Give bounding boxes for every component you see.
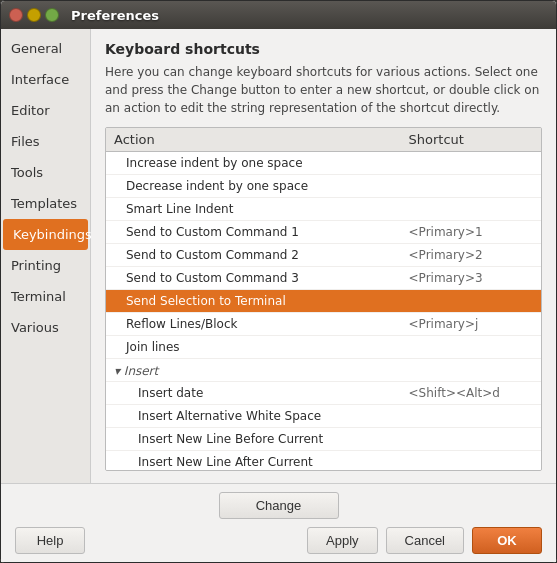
table-row[interactable]: Join lines xyxy=(106,336,541,359)
sidebar-item-templates[interactable]: Templates xyxy=(1,188,90,219)
action-cell: Increase indent by one space xyxy=(106,152,401,175)
shortcut-cell: <Primary>j xyxy=(401,313,541,336)
shortcut-cell xyxy=(401,405,541,428)
table-row[interactable]: Smart Line Indent xyxy=(106,198,541,221)
sidebar-item-printing[interactable]: Printing xyxy=(1,250,90,281)
action-row: Help Apply Cancel OK xyxy=(15,527,542,554)
minimize-button[interactable] xyxy=(27,8,41,22)
sidebar-item-general[interactable]: General xyxy=(1,33,90,64)
sidebar-item-interface[interactable]: Interface xyxy=(1,64,90,95)
table-row[interactable]: Send to Custom Command 1<Primary>1 xyxy=(106,221,541,244)
table-row[interactable]: Increase indent by one space xyxy=(106,152,541,175)
table-row[interactable]: Send to Custom Command 2<Primary>2 xyxy=(106,244,541,267)
shortcuts-table: Action Shortcut Increase indent by one s… xyxy=(106,128,541,471)
shortcut-cell: <Primary>1 xyxy=(401,221,541,244)
maximize-button[interactable] xyxy=(45,8,59,22)
shortcut-cell xyxy=(401,290,541,313)
table-row[interactable]: Decrease indent by one space xyxy=(106,175,541,198)
apply-button[interactable]: Apply xyxy=(307,527,378,554)
table-row[interactable]: Insert New Line Before Current xyxy=(106,428,541,451)
cancel-button[interactable]: Cancel xyxy=(386,527,464,554)
shortcut-cell xyxy=(401,152,541,175)
shortcuts-table-container[interactable]: Action Shortcut Increase indent by one s… xyxy=(105,127,542,471)
sidebar-item-keybindings[interactable]: Keybindings xyxy=(3,219,88,250)
group-header-label[interactable]: Insert xyxy=(106,359,541,382)
ok-button[interactable]: OK xyxy=(472,527,542,554)
action-cell: Decrease indent by one space xyxy=(106,175,401,198)
table-header-row: Action Shortcut xyxy=(106,128,541,152)
preferences-window: Preferences GeneralInterfaceEditorFilesT… xyxy=(0,0,557,563)
action-cell: Insert New Line After Current xyxy=(106,451,401,472)
shortcut-cell xyxy=(401,198,541,221)
close-button[interactable] xyxy=(9,8,23,22)
shortcut-cell xyxy=(401,175,541,198)
action-cell: Send to Custom Command 3 xyxy=(106,267,401,290)
col-action: Action xyxy=(106,128,401,152)
action-cell: Send to Custom Command 2 xyxy=(106,244,401,267)
change-row: Change xyxy=(15,492,542,519)
action-cell: Insert New Line Before Current xyxy=(106,428,401,451)
shortcut-cell xyxy=(401,336,541,359)
content-area: GeneralInterfaceEditorFilesToolsTemplate… xyxy=(1,29,556,483)
section-title: Keyboard shortcuts xyxy=(105,41,542,57)
col-shortcut: Shortcut xyxy=(401,128,541,152)
window-title: Preferences xyxy=(71,8,159,23)
table-row[interactable]: Insert xyxy=(106,359,541,382)
action-cell: Smart Line Indent xyxy=(106,198,401,221)
action-cell: Insert date xyxy=(106,382,401,405)
titlebar-buttons xyxy=(9,8,59,22)
shortcut-cell: <Primary>3 xyxy=(401,267,541,290)
table-row[interactable]: Send to Custom Command 3<Primary>3 xyxy=(106,267,541,290)
change-button[interactable]: Change xyxy=(219,492,339,519)
action-cell: Join lines xyxy=(106,336,401,359)
right-buttons: Apply Cancel OK xyxy=(307,527,542,554)
sidebar-item-various[interactable]: Various xyxy=(1,312,90,343)
table-row[interactable]: Insert date<Shift><Alt>d xyxy=(106,382,541,405)
sidebar: GeneralInterfaceEditorFilesToolsTemplate… xyxy=(1,29,91,483)
main-panel: Keyboard shortcuts Here you can change k… xyxy=(91,29,556,483)
table-row[interactable]: Insert New Line After Current xyxy=(106,451,541,472)
table-row[interactable]: Insert Alternative White Space xyxy=(106,405,541,428)
sidebar-item-terminal[interactable]: Terminal xyxy=(1,281,90,312)
sidebar-item-files[interactable]: Files xyxy=(1,126,90,157)
sidebar-item-editor[interactable]: Editor xyxy=(1,95,90,126)
action-cell: Insert Alternative White Space xyxy=(106,405,401,428)
shortcut-cell xyxy=(401,428,541,451)
bottom-bar: Change Help Apply Cancel OK xyxy=(1,483,556,562)
table-row[interactable]: Reflow Lines/Block<Primary>j xyxy=(106,313,541,336)
sidebar-item-tools[interactable]: Tools xyxy=(1,157,90,188)
action-cell: Send Selection to Terminal xyxy=(106,290,401,313)
table-row[interactable]: Send Selection to Terminal xyxy=(106,290,541,313)
shortcut-cell: <Shift><Alt>d xyxy=(401,382,541,405)
action-cell: Send to Custom Command 1 xyxy=(106,221,401,244)
action-cell: Reflow Lines/Block xyxy=(106,313,401,336)
shortcut-cell xyxy=(401,451,541,472)
shortcut-cell: <Primary>2 xyxy=(401,244,541,267)
help-button[interactable]: Help xyxy=(15,527,85,554)
section-description: Here you can change keyboard shortcuts f… xyxy=(105,63,542,117)
titlebar: Preferences xyxy=(1,1,556,29)
